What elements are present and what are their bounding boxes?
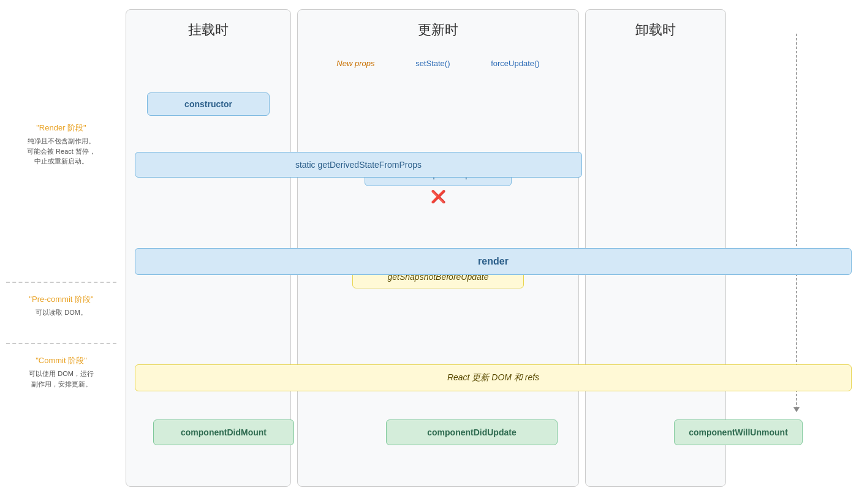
precommit-phase-label: "Pre-commit 阶段" 可以读取 DOM。: [6, 294, 116, 318]
render-box: render: [135, 248, 852, 275]
red-x-indicator: ❌: [310, 189, 566, 204]
get-derived-state-from-props-box: static getDerivedStateFromProps: [135, 152, 582, 178]
component-did-update-row: componentDidUpdate: [386, 419, 558, 445]
component-will-unmount-row: componentWillUnmount: [674, 419, 803, 445]
commit-phase-title: "Commit 阶段": [6, 355, 116, 366]
precommit-phase-desc: 可以读取 DOM。: [6, 307, 116, 318]
red-x-icon: ❌: [431, 190, 446, 203]
component-did-update-box: componentDidUpdate: [386, 419, 558, 445]
get-derived-state-from-props-row: static getDerivedStateFromProps: [135, 152, 582, 178]
component-will-unmount-box: componentWillUnmount: [674, 419, 803, 445]
triggers-row: New props setState() forceUpdate(): [310, 59, 566, 68]
render-phase-label: "Render 阶段" 纯净且不包含副作用。可能会被 React 暂停，中止或重…: [6, 122, 116, 167]
render-phase-divider: [6, 282, 116, 283]
forceupdate-label: forceUpdate(): [491, 59, 539, 68]
setstate-label: setState(): [415, 59, 450, 68]
component-did-mount-box: componentDidMount: [153, 419, 294, 445]
component-did-mount-row: componentDidMount: [153, 419, 294, 445]
precommit-phase-divider: [6, 343, 116, 344]
commit-phase-label: "Commit 阶段" 可以使用 DOM，运行副作用，安排更新。: [6, 355, 116, 389]
new-props-trigger: New props: [336, 59, 374, 68]
react-dom-update-row: React 更新 DOM 和 refs: [135, 364, 852, 391]
setstate-trigger: setState(): [415, 59, 450, 68]
render-phase-title: "Render 阶段": [6, 122, 116, 134]
react-dom-update-box: React 更新 DOM 和 refs: [135, 364, 852, 391]
unmount-title: 卸载时: [586, 21, 725, 39]
main-container: "Render 阶段" 纯净且不包含副作用。可能会被 React 暂停，中止或重…: [0, 0, 859, 504]
forceupdate-trigger: forceUpdate(): [491, 59, 539, 68]
mount-title: 挂载时: [126, 21, 290, 39]
constructor-box: constructor: [147, 92, 270, 116]
update-title: 更新时: [298, 21, 578, 39]
render-phase-desc: 纯净且不包含副作用。可能会被 React 暂停，中止或重新启动。: [6, 136, 116, 167]
sidebar-labels: "Render 阶段" 纯净且不包含副作用。可能会被 React 暂停，中止或重…: [0, 0, 123, 504]
render-row: render: [135, 248, 852, 275]
commit-phase-desc: 可以使用 DOM，运行副作用，安排更新。: [6, 369, 116, 389]
precommit-phase-title: "Pre-commit 阶段": [6, 294, 116, 305]
new-props-label: New props: [336, 59, 374, 68]
constructor-section: constructor: [138, 92, 278, 116]
